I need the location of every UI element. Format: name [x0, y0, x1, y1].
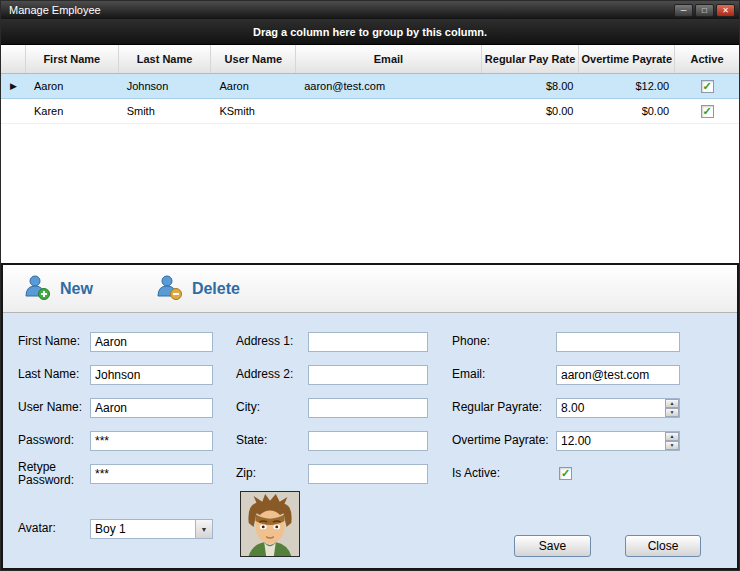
chevron-down-icon[interactable]: ▼ — [195, 520, 212, 538]
minimize-button[interactable]: ─ — [674, 4, 693, 17]
table-row[interactable]: ▶ Aaron Johnson Aaron aaron@test.com $8.… — [1, 74, 739, 99]
person-delete-icon — [155, 273, 183, 305]
column-header-last-name[interactable]: Last Name — [119, 45, 212, 73]
toolbar: New Delete — [3, 265, 737, 313]
column-header-overtime-payrate[interactable]: Overtime Payrate — [579, 45, 675, 73]
spinner-up-icon[interactable]: ▲ — [665, 432, 679, 441]
maximize-button[interactable]: □ — [695, 4, 714, 17]
state-label: State: — [236, 434, 304, 447]
user-name-label: User Name: — [18, 401, 86, 414]
close-icon[interactable]: ✕ — [716, 4, 735, 17]
person-add-icon — [23, 273, 51, 305]
column-header-user-name[interactable]: User Name — [211, 45, 296, 73]
titlebar: Manage Employee ─ □ ✕ — [1, 1, 739, 19]
avatar-dropdown[interactable]: Boy 1 ▼ — [90, 519, 213, 539]
column-header-first-name[interactable]: First Name — [26, 45, 119, 73]
address2-field[interactable] — [308, 365, 428, 385]
spinner-down-icon[interactable]: ▼ — [665, 441, 679, 450]
cell-regular-pay-rate: $8.00 — [482, 74, 580, 98]
cell-first-name: Karen — [26, 99, 119, 123]
manage-employee-window: Manage Employee ─ □ ✕ Drag a column here… — [0, 0, 740, 571]
employee-form: First Name: Last Name: User Name: Passwo… — [3, 313, 737, 568]
phone-label: Phone: — [452, 335, 554, 348]
delete-button[interactable]: Delete — [155, 273, 240, 305]
address2-label: Address 2: — [236, 368, 304, 381]
is-active-label: Is Active: — [452, 467, 554, 480]
first-name-field[interactable] — [90, 332, 213, 352]
city-label: City: — [236, 401, 304, 414]
cell-last-name: Johnson — [119, 74, 212, 98]
state-field[interactable] — [308, 431, 428, 451]
new-button-label: New — [60, 280, 93, 298]
active-checkbox[interactable]: ✓ — [701, 105, 714, 118]
column-header-regular-pay-rate[interactable]: Regular Pay Rate — [482, 45, 580, 73]
group-by-hint: Drag a column here to group by this colu… — [253, 26, 487, 38]
close-button[interactable]: Close — [625, 535, 701, 557]
retype-password-label: Retype Password: — [18, 461, 76, 487]
avatar-label: Avatar: — [18, 522, 86, 535]
cell-user-name: Aaron — [211, 74, 296, 98]
new-button[interactable]: New — [23, 273, 93, 305]
first-name-label: First Name: — [18, 335, 86, 348]
cell-regular-pay-rate: $0.00 — [482, 99, 580, 123]
spinner-up-icon[interactable]: ▲ — [665, 399, 679, 408]
zip-label: Zip: — [236, 467, 304, 480]
active-checkbox[interactable]: ✓ — [701, 80, 714, 93]
delete-button-label: Delete — [192, 280, 240, 298]
grid-header: First Name Last Name User Name Email Reg… — [1, 45, 739, 74]
detail-panel: New Delete First Name: Last Name: — [1, 263, 739, 570]
window-title: Manage Employee — [9, 4, 672, 16]
overtime-payrate-label: Overtime Payrate: — [452, 434, 554, 447]
address1-label: Address 1: — [236, 335, 304, 348]
column-header-active[interactable]: Active — [675, 45, 739, 73]
close-button-label: Close — [648, 539, 679, 553]
cell-email — [296, 99, 481, 123]
cell-last-name: Smith — [119, 99, 212, 123]
header-indicator-cell — [1, 45, 26, 73]
is-active-checkbox[interactable]: ✓ — [559, 467, 572, 480]
cell-first-name: Aaron — [26, 74, 119, 98]
regular-payrate-label: Regular Payrate: — [452, 401, 554, 414]
overtime-payrate-stepper: ▲ ▼ — [556, 431, 680, 451]
avatar-dropdown-value: Boy 1 — [91, 520, 195, 538]
selected-row-indicator-icon: ▶ — [10, 81, 17, 91]
regular-payrate-field[interactable] — [556, 398, 680, 418]
table-row[interactable]: Karen Smith KSmith $0.00 $0.00 ✓ — [1, 99, 739, 124]
column-header-email[interactable]: Email — [296, 45, 482, 73]
cell-overtime-payrate: $12.00 — [579, 74, 675, 98]
save-button[interactable]: Save — [514, 535, 591, 557]
city-field[interactable] — [308, 398, 428, 418]
password-field[interactable] — [90, 431, 213, 451]
cell-overtime-payrate: $0.00 — [579, 99, 675, 123]
phone-field[interactable] — [556, 332, 680, 352]
avatar-image — [240, 491, 300, 557]
save-button-label: Save — [539, 539, 566, 553]
retype-password-field[interactable] — [90, 464, 213, 484]
grid-empty-area — [1, 124, 739, 263]
password-label: Password: — [18, 434, 86, 447]
zip-field[interactable] — [308, 464, 428, 484]
email-label: Email: — [452, 368, 554, 381]
cell-user-name: KSmith — [211, 99, 296, 123]
address1-field[interactable] — [308, 332, 428, 352]
regular-payrate-stepper: ▲ ▼ — [556, 398, 680, 418]
overtime-payrate-field[interactable] — [556, 431, 680, 451]
user-name-field[interactable] — [90, 398, 213, 418]
cell-email: aaron@test.com — [296, 74, 481, 98]
last-name-field[interactable] — [90, 365, 213, 385]
last-name-label: Last Name: — [18, 368, 86, 381]
email-field[interactable] — [556, 365, 680, 385]
spinner-down-icon[interactable]: ▼ — [665, 408, 679, 417]
group-by-bar[interactable]: Drag a column here to group by this colu… — [1, 19, 739, 45]
